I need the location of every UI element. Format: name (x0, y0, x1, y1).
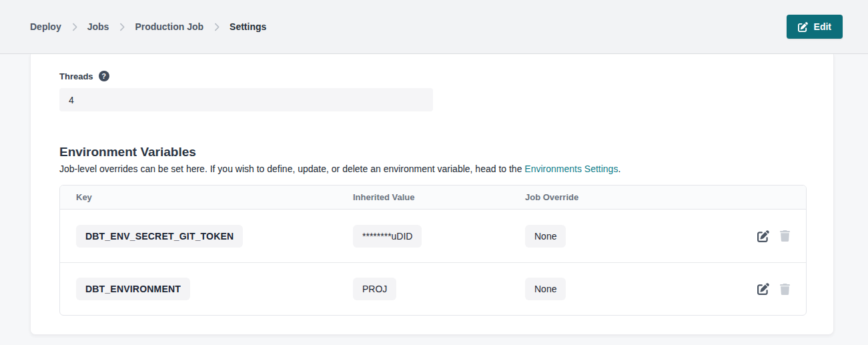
help-icon[interactable]: ? (99, 71, 109, 81)
top-header-bar: Deploy Jobs Production Job Settings Edit (0, 0, 868, 54)
edit-button[interactable]: Edit (787, 15, 843, 39)
row-delete-icon[interactable] (780, 230, 790, 242)
description-period: . (618, 163, 620, 174)
table-row: DBT_ENV_SECRET_GIT_TOKEN ********uDID No… (60, 210, 806, 262)
breadcrumb-item-settings: Settings (230, 21, 266, 32)
chevron-right-icon (71, 23, 77, 31)
env-var-job-override: None (525, 278, 566, 300)
edit-icon (798, 22, 808, 32)
edit-button-label: Edit (814, 21, 831, 32)
breadcrumb-item-jobs[interactable]: Jobs (87, 21, 109, 32)
env-var-inherited-value: PROJ (353, 278, 396, 300)
chevron-right-icon (213, 23, 220, 31)
env-var-key: DBT_ENV_SECRET_GIT_TOKEN (76, 225, 243, 248)
environment-variables-heading: Environment Variables (59, 145, 805, 159)
chevron-right-icon (119, 23, 125, 31)
row-edit-icon[interactable] (757, 230, 769, 242)
column-header-inherited-value: Inherited Value (353, 192, 525, 202)
environment-variables-description: Job-level overrides can be set here. If … (59, 163, 805, 174)
row-delete-icon[interactable] (780, 284, 790, 295)
breadcrumb-item-production-job[interactable]: Production Job (135, 21, 203, 32)
env-var-key: DBT_ENVIRONMENT (76, 278, 190, 300)
description-text: Job-level overrides can be set here. If … (59, 163, 524, 174)
row-edit-icon[interactable] (757, 283, 769, 295)
breadcrumb-item-deploy[interactable]: Deploy (30, 21, 61, 32)
threads-label: Threads (59, 71, 93, 81)
threads-field: Threads ? (59, 71, 805, 111)
env-var-job-override: None (525, 225, 566, 248)
environment-variables-table: Key Inherited Value Job Override DBT_ENV… (59, 185, 807, 316)
column-header-job-override: Job Override (525, 192, 679, 202)
threads-input[interactable] (59, 88, 433, 111)
column-header-key: Key (76, 192, 353, 202)
environments-settings-link[interactable]: Environments Settings (524, 163, 618, 174)
table-header-row: Key Inherited Value Job Override (60, 186, 806, 210)
breadcrumb: Deploy Jobs Production Job Settings (30, 21, 266, 32)
table-row: DBT_ENVIRONMENT PROJ None (60, 262, 806, 315)
env-var-inherited-value: ********uDID (353, 225, 422, 248)
job-settings-card: Threads ? Environment Variables Job-leve… (30, 54, 834, 335)
